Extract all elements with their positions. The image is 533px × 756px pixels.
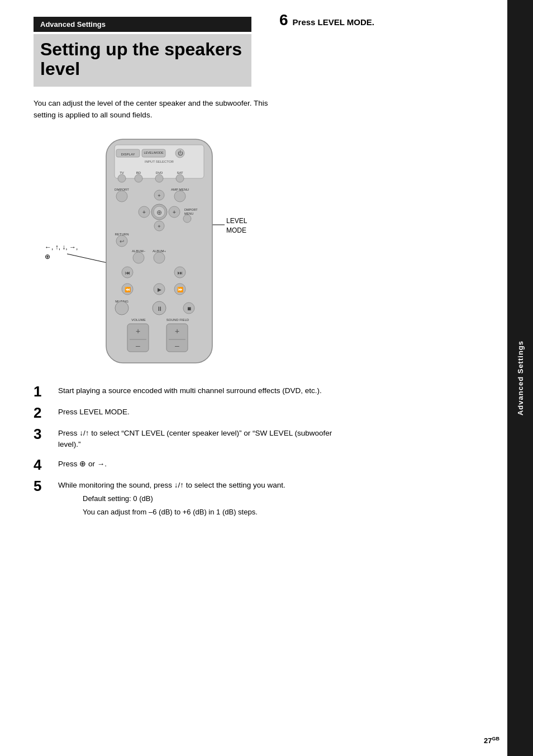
- svg-text:TV: TV: [120, 171, 124, 174]
- svg-text:INPUT SELECTOR: INPUT SELECTOR: [145, 160, 174, 163]
- svg-text:↩: ↩: [120, 238, 124, 244]
- step-number-4: 4: [34, 457, 54, 472]
- svg-text:⏸: ⏸: [156, 305, 163, 312]
- svg-text:–: –: [175, 341, 179, 350]
- section-header: Advanced Settings: [34, 17, 251, 32]
- svg-point-18: [176, 174, 184, 182]
- svg-text:+: +: [173, 209, 176, 215]
- step-text-1: Start playing a source encoded with mult…: [58, 385, 322, 396]
- svg-text:–: –: [136, 341, 140, 350]
- step-number-2: 2: [34, 405, 54, 420]
- right-sidebar: Advanced Settings: [507, 0, 533, 756]
- title-box: Setting up the speakers level: [34, 34, 251, 87]
- svg-text:+: +: [136, 327, 140, 336]
- svg-text:+: +: [158, 224, 160, 229]
- sidebar-label: Advanced Settings: [516, 341, 525, 415]
- svg-text:⏹: ⏹: [187, 306, 192, 311]
- svg-text:DMPORT: DMPORT: [184, 208, 198, 211]
- step6-number: 6: [279, 11, 288, 29]
- svg-text:⏻: ⏻: [178, 150, 183, 156]
- svg-text:+: +: [175, 327, 179, 336]
- svg-text:BD: BD: [136, 171, 141, 174]
- svg-text:⏩: ⏩: [177, 286, 184, 293]
- step-text-4: Press ⊕ or →.: [58, 459, 107, 470]
- page-number: 27GB: [484, 736, 499, 745]
- svg-text:⏪: ⏪: [125, 286, 131, 293]
- step-item-4: 4 Press ⊕ or →.: [34, 459, 464, 472]
- svg-text:DVD: DVD: [156, 171, 163, 174]
- svg-text:⏭: ⏭: [178, 270, 183, 276]
- step-number-3: 3: [34, 427, 54, 441]
- svg-point-42: [133, 252, 144, 263]
- svg-point-12: [118, 174, 126, 182]
- svg-text:LEVEL/MODE: LEVEL/MODE: [144, 151, 163, 154]
- intro-text: You can adjust the level of the center s…: [34, 98, 268, 121]
- svg-text:SOUND FIELD: SOUND FIELD: [166, 318, 189, 322]
- page-title: Setting up the speakers level: [40, 40, 245, 79]
- step-text-5: While monitoring the sound, press ↓/↑ to…: [58, 480, 285, 491]
- svg-text:⊕: ⊕: [156, 209, 162, 216]
- steps-list: 1 Start playing a source encoded with mu…: [34, 385, 464, 518]
- step-item-3: 3 Press ↓/↑ to select “CNT LEVEL (center…: [34, 428, 464, 451]
- svg-text:▶: ▶: [158, 287, 161, 292]
- step-text-2: Press LEVEL MODE.: [58, 407, 130, 418]
- svg-point-43: [154, 252, 165, 263]
- step-item-5: 5 While monitoring the sound, press ↓/↑ …: [34, 480, 464, 518]
- svg-point-34: [183, 215, 191, 223]
- step-sub2-5: You can adjust from –6 (dB) to +6 (dB) i…: [83, 507, 285, 518]
- svg-point-22: [174, 191, 185, 202]
- svg-point-16: [155, 174, 163, 182]
- svg-text:VOLUME: VOLUME: [131, 318, 145, 322]
- step-item-1: 1 Start playing a source encoded with mu…: [34, 385, 464, 399]
- svg-point-20: [116, 191, 127, 202]
- step6-text: Press LEVEL MODE.: [293, 17, 374, 27]
- step-number-1: 1: [34, 384, 54, 399]
- svg-point-14: [135, 174, 142, 182]
- svg-text:+: +: [142, 209, 146, 215]
- step6-header: 6Press LEVEL MODE.: [279, 11, 374, 29]
- step-sub1-5: Default setting: 0 (dB): [83, 493, 285, 504]
- step-text-3: Press ↓/↑ to select “CNT LEVEL (center s…: [58, 428, 349, 451]
- svg-text:SAT: SAT: [177, 171, 183, 174]
- step-number-5: 5: [34, 479, 54, 493]
- svg-text:+: +: [158, 193, 160, 199]
- svg-text:⏮: ⏮: [125, 270, 130, 276]
- remote-control: DISPLAY LEVEL/MODE ⏻ INPUT SELECTOR TV B…: [95, 134, 223, 368]
- remote-area: ←, ↑, ↓, →, ⊕ LEVEL MODE: [34, 134, 464, 368]
- step-item-2: 2 Press LEVEL MODE.: [34, 407, 464, 420]
- svg-text:DISPLAY: DISPLAY: [121, 153, 135, 156]
- svg-point-55: [115, 301, 129, 315]
